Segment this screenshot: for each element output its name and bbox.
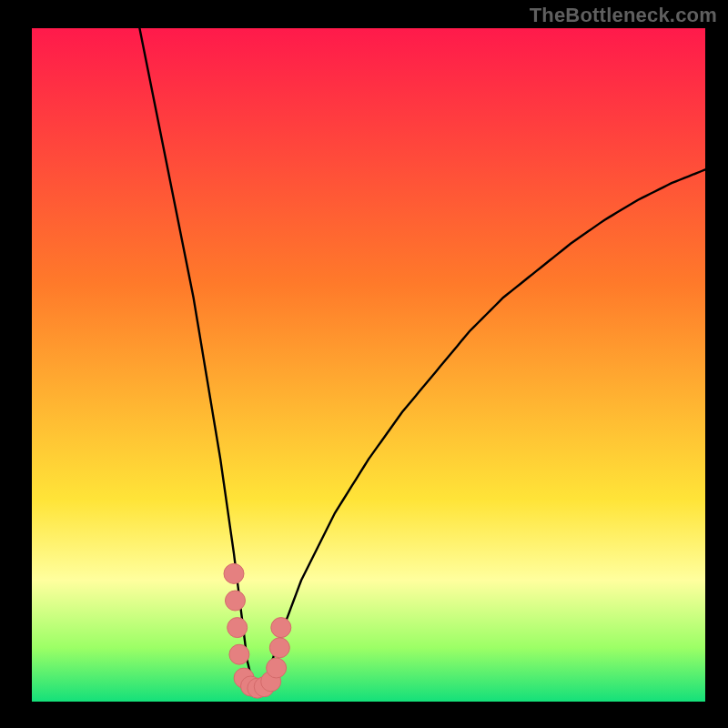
- marker-dot: [271, 618, 291, 638]
- marker-dot: [267, 658, 287, 678]
- plot-background: [32, 28, 705, 702]
- chart-svg: [0, 0, 728, 728]
- marker-dot: [269, 638, 289, 658]
- marker-dot: [224, 563, 244, 583]
- marker-dot: [228, 618, 248, 638]
- marker-dot: [225, 591, 245, 611]
- marker-dot: [229, 644, 249, 664]
- chart-container: { "attribution": "TheBottleneck.com", "c…: [0, 0, 728, 728]
